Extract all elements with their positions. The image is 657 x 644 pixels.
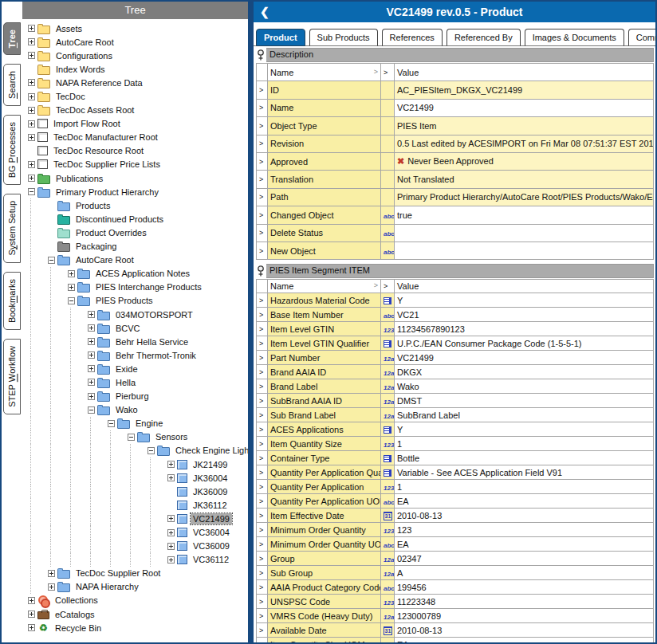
collapse-icon[interactable] (28, 188, 35, 195)
tree-node-aces-application-notes[interactable]: ACES Application Notes (27, 267, 248, 281)
row-chevron[interactable]: > (257, 523, 268, 537)
attribute-value[interactable]: A (395, 566, 654, 580)
expand-icon[interactable] (88, 393, 95, 400)
tree-node-primary-product-hierarchy[interactable]: Primary Product Hierarchy (27, 185, 248, 198)
collapse-icon[interactable] (88, 406, 95, 414)
left-tab-search[interactable]: Search (3, 64, 21, 106)
tree-node-napa-reference-data[interactable]: NAPA Reference Data (27, 76, 248, 89)
attribute-value[interactable]: Bottle (395, 451, 654, 465)
column-header-expand[interactable]: > (381, 280, 395, 293)
attribute-value[interactable]: Wako (395, 379, 654, 394)
tab-commercial[interactable]: Commercial (628, 29, 657, 46)
left-tab-system-setup[interactable]: System Setup (3, 194, 21, 262)
tree-node-engine[interactable]: Engine (27, 417, 248, 430)
row-chevron[interactable]: > (257, 623, 268, 638)
attribute-value[interactable]: U.P.C./EAN Consumer Package Code (1-5-5-… (395, 336, 654, 351)
row-chevron[interactable]: > (257, 408, 268, 422)
attribute-value[interactable]: Y (395, 293, 654, 308)
row-chevron[interactable]: > (257, 537, 268, 552)
expand-icon[interactable] (88, 324, 95, 332)
tree-node-tecdoc-supplier-root[interactable]: TecDoc Supplier Root (27, 567, 248, 580)
back-icon[interactable]: ❮ (260, 2, 269, 22)
column-header-expand[interactable]: > (381, 64, 395, 81)
attribute-value[interactable]: 11223348 (395, 595, 654, 609)
row-chevron[interactable]: > (257, 609, 268, 623)
tree-node-behr-hella-service[interactable]: Behr Hella Service (27, 335, 248, 348)
column-header-value[interactable]: Value (395, 280, 654, 293)
row-chevron[interactable]: > (257, 171, 268, 188)
row-chevron[interactable]: > (257, 480, 268, 494)
left-tab-bg-processes[interactable]: BG Processes (3, 115, 21, 185)
expand-icon[interactable] (28, 25, 35, 32)
row-chevron[interactable]: > (257, 638, 268, 642)
attribute-value[interactable]: true (395, 206, 654, 224)
row-chevron[interactable]: > (257, 437, 268, 451)
tree-node-import-flow-root[interactable]: Import Flow Root (27, 117, 248, 131)
row-chevron[interactable]: > (257, 595, 268, 609)
expand-icon[interactable] (167, 515, 175, 522)
tree-node-tecdoc-assets-root[interactable]: TecDoc Assets Root (27, 104, 248, 117)
tree-node-tecdoc-supplier-price-lists[interactable]: TecDoc Supplier Price Lists (27, 158, 248, 171)
tree-node-assets[interactable]: Assets (27, 22, 248, 35)
tree-node-jk36004[interactable]: JK36004 (27, 471, 248, 485)
tree-node-packaging[interactable]: Packaging (27, 240, 248, 253)
tree-node-products[interactable]: Products (27, 198, 248, 212)
row-chevron[interactable]: > (257, 293, 268, 308)
tree-node-bcvc[interactable]: BCVC (27, 321, 248, 335)
tree-node-exide[interactable]: Exide (27, 362, 248, 375)
column-header-name[interactable]: Name> (268, 64, 381, 81)
attribute-value[interactable] (395, 224, 654, 242)
expand-icon[interactable] (88, 379, 95, 386)
tree-node-sensors[interactable]: Sensors (27, 430, 248, 444)
tree-node-index-words[interactable]: Index Words (27, 62, 248, 76)
tree-node-tecdoc-resource-root[interactable]: TecDoc Resource Root (27, 144, 248, 158)
tree-node-recycle-bin[interactable]: ♻Recycle Bin (27, 621, 248, 634)
attribute-value[interactable]: EA (395, 494, 654, 509)
expand-icon[interactable] (88, 365, 95, 372)
collapse-icon[interactable] (48, 257, 55, 264)
row-chevron[interactable]: > (257, 135, 268, 152)
tree-node-discontinued-products[interactable]: Discontinued Products (27, 212, 248, 226)
row-chevron[interactable]: > (257, 580, 268, 595)
expand-icon[interactable] (28, 161, 35, 168)
row-chevron[interactable]: > (257, 224, 268, 242)
tree-node-autocare-root[interactable]: AutoCare Root (27, 35, 248, 49)
attribute-value[interactable]: DKGX (395, 365, 654, 379)
tree-node-vc36112[interactable]: VC36112 (27, 553, 248, 567)
column-header-name[interactable]: Name> (268, 280, 381, 293)
row-chevron[interactable]: > (257, 242, 268, 259)
tree-node-collections[interactable]: Collections (27, 594, 248, 607)
collapse-icon[interactable] (68, 297, 75, 304)
attribute-value[interactable] (395, 242, 654, 259)
tree-node-configurations[interactable]: Configurations (27, 49, 248, 62)
tree-node-publications[interactable]: Publications (27, 171, 248, 185)
tree-node-pies-interchange-products[interactable]: PIES Interchange Products (27, 281, 248, 294)
tab-referenced-by[interactable]: Referenced By (447, 29, 521, 46)
attribute-value[interactable]: VC21499 (395, 99, 654, 116)
expand-icon[interactable] (28, 597, 35, 604)
expand-icon[interactable] (28, 107, 35, 114)
expand-icon[interactable] (28, 134, 35, 141)
attribute-value[interactable]: 2010-08-13 (395, 509, 654, 523)
expand-icon[interactable] (68, 284, 75, 291)
expand-icon[interactable] (28, 624, 35, 631)
row-chevron[interactable]: > (257, 552, 268, 566)
tree-node-ecatalogs[interactable]: eCatalogs (27, 607, 248, 621)
row-chevron[interactable]: > (257, 451, 268, 465)
attribute-value[interactable]: Variable - See ACES Application Field V9… (395, 465, 654, 480)
tree-node-hella[interactable]: Hella (27, 375, 248, 389)
expand-icon[interactable] (88, 311, 95, 318)
tree-node-vc21499[interactable]: VC21499 (27, 512, 248, 525)
tree-node-napa-hierarchy[interactable]: NAPA Hierarchy (27, 580, 248, 594)
expand-icon[interactable] (28, 611, 35, 618)
row-chevron[interactable]: > (257, 379, 268, 394)
expand-icon[interactable] (167, 474, 175, 481)
row-chevron[interactable]: > (257, 394, 268, 408)
tree-node-vc36004[interactable]: VC36004 (27, 525, 248, 539)
attribute-value[interactable]: 123 (395, 523, 654, 537)
section-header-description[interactable]: Description (255, 49, 654, 61)
tree-node-034motorsport[interactable]: 034MOTORSPORT (27, 308, 248, 321)
row-chevron[interactable]: > (257, 566, 268, 580)
collapse-icon[interactable] (148, 447, 155, 454)
row-chevron[interactable]: > (257, 81, 268, 99)
